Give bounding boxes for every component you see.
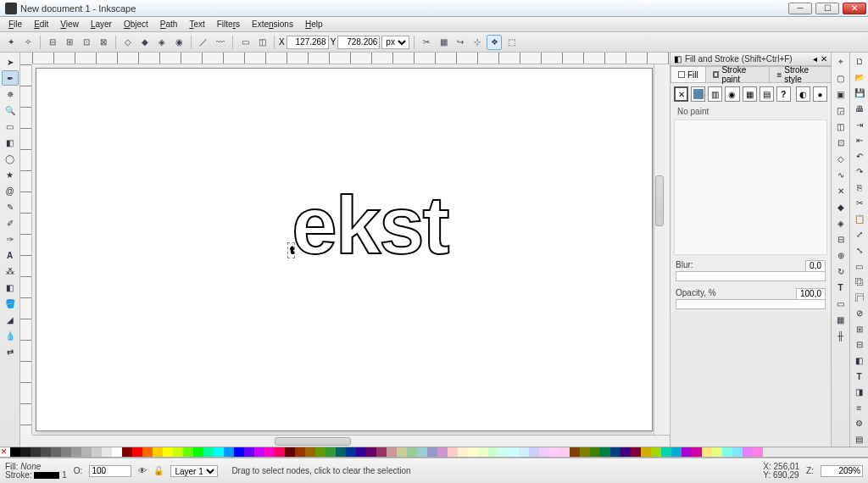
save-icon[interactable]: 💾 xyxy=(851,86,868,101)
snap-guide-icon[interactable]: ╫ xyxy=(832,328,849,343)
seg-line-icon[interactable]: ／ xyxy=(196,35,211,50)
swatch[interactable] xyxy=(336,447,346,458)
swatch[interactable] xyxy=(366,447,376,458)
bezier-tool-icon[interactable]: ✐ xyxy=(2,215,19,230)
opacity-slider[interactable] xyxy=(676,299,826,309)
snap-rotation-icon[interactable]: ↻ xyxy=(832,264,849,279)
swatch[interactable] xyxy=(743,447,753,458)
swatch[interactable] xyxy=(488,447,498,458)
menu-edit[interactable]: Edit xyxy=(29,18,53,31)
cut-icon[interactable]: ✂ xyxy=(851,196,868,211)
menu-file[interactable]: File xyxy=(3,18,27,31)
coord-y-input[interactable] xyxy=(337,36,380,49)
swatch[interactable] xyxy=(224,447,234,458)
transform-handles-icon[interactable]: ⬚ xyxy=(504,35,519,50)
clone-icon[interactable]: ⿸ xyxy=(851,290,868,305)
tab-stroke-paint[interactable]: Stroke paint xyxy=(705,66,771,82)
swatch[interactable] xyxy=(61,447,71,458)
menu-filters[interactable]: Filters xyxy=(212,18,245,31)
paint-unknown-icon[interactable]: ? xyxy=(776,86,791,102)
fill-rule-nonzero-icon[interactable]: ● xyxy=(813,86,827,102)
snap-center-icon[interactable]: ⊡ xyxy=(832,135,849,150)
swatch[interactable] xyxy=(305,447,315,458)
canvas[interactable]: tekst xyxy=(36,68,653,431)
text-dialog-icon[interactable]: T xyxy=(851,369,868,384)
swatch[interactable] xyxy=(387,447,397,458)
opacity-value[interactable]: 100,0 xyxy=(796,288,826,300)
close-button[interactable]: ✕ xyxy=(843,3,866,14)
node-delete-icon[interactable]: ✧ xyxy=(20,35,36,50)
pencil-tool-icon[interactable]: ✎ xyxy=(2,199,19,214)
tweak-tool-icon[interactable]: ✵ xyxy=(2,86,19,102)
zoom-page-icon[interactable]: ▭ xyxy=(851,258,868,274)
swatch[interactable] xyxy=(712,447,722,458)
spray-tool-icon[interactable]: ⁂ xyxy=(2,264,19,279)
menu-extensions[interactable]: Extensions xyxy=(247,18,298,31)
text-tool-icon[interactable]: A xyxy=(2,247,19,263)
swatch[interactable] xyxy=(427,447,437,458)
swatch[interactable] xyxy=(244,447,254,458)
calligraphy-tool-icon[interactable]: ✑ xyxy=(2,231,19,247)
snap-path-icon[interactable]: ∿ xyxy=(832,167,849,182)
swatch[interactable] xyxy=(20,447,31,458)
snap-obj-center-icon[interactable]: ⊕ xyxy=(832,247,849,263)
swatch[interactable] xyxy=(163,447,173,458)
unlink-icon[interactable]: ⊘ xyxy=(851,306,868,321)
zoom-input[interactable] xyxy=(821,465,863,477)
swatch[interactable] xyxy=(753,447,763,458)
swatch[interactable] xyxy=(722,447,732,458)
swatch[interactable] xyxy=(529,447,539,458)
layer-visibility-icon[interactable]: 👁 xyxy=(138,466,147,475)
copy-icon[interactable]: ⎘ xyxy=(851,180,868,196)
swatch[interactable] xyxy=(31,447,41,458)
snap-grid-icon[interactable]: ▦ xyxy=(832,312,849,327)
snap-node-icon[interactable]: ◇ xyxy=(832,151,849,166)
zoom-tool-icon[interactable]: 🔍 xyxy=(2,103,19,118)
swatch[interactable] xyxy=(326,447,336,458)
paint-none-icon[interactable]: ✕ xyxy=(674,86,688,102)
maximize-button[interactable]: ☐ xyxy=(815,3,839,14)
swatch[interactable] xyxy=(193,447,203,458)
align-dialog-icon[interactable]: ≡ xyxy=(851,400,868,415)
swatch[interactable] xyxy=(203,447,214,458)
paint-linear-icon[interactable]: ▥ xyxy=(708,86,722,102)
swatch[interactable] xyxy=(682,447,692,458)
node-auto-icon[interactable]: ◉ xyxy=(171,35,186,50)
node-cusp-icon[interactable]: ◇ xyxy=(120,35,136,50)
swatch[interactable] xyxy=(539,447,549,458)
swatch[interactable] xyxy=(142,447,153,458)
swatch[interactable] xyxy=(661,447,671,458)
canvas-text-object[interactable]: tekst xyxy=(291,179,448,272)
swatch[interactable] xyxy=(448,447,458,458)
coord-x-input[interactable] xyxy=(287,36,329,49)
panel-close-icon[interactable]: ✕ xyxy=(821,54,827,64)
swatch[interactable] xyxy=(214,447,224,458)
connector-tool-icon[interactable]: ⇄ xyxy=(2,344,19,359)
swatch[interactable] xyxy=(346,447,356,458)
swatch-none[interactable] xyxy=(0,447,10,458)
export-icon[interactable]: ⇤ xyxy=(851,133,868,148)
blur-value[interactable]: 0,0 xyxy=(805,260,826,272)
swatch[interactable] xyxy=(254,447,264,458)
group-icon[interactable]: ⊞ xyxy=(851,322,868,337)
layer-lock-icon[interactable]: 🔓 xyxy=(153,466,164,475)
swatch[interactable] xyxy=(173,447,183,458)
swatch[interactable] xyxy=(570,447,580,458)
node-join-icon[interactable]: ⊞ xyxy=(62,35,77,50)
swatch[interactable] xyxy=(620,447,631,458)
swatch[interactable] xyxy=(437,447,448,458)
swatch[interactable] xyxy=(71,447,81,458)
paint-radial-icon[interactable]: ◉ xyxy=(725,86,739,102)
node-smooth-icon[interactable]: ◆ xyxy=(137,35,153,50)
swatch[interactable] xyxy=(559,447,570,458)
swatch[interactable] xyxy=(183,447,193,458)
print-icon[interactable]: 🖶 xyxy=(851,102,868,117)
swatch[interactable] xyxy=(702,447,712,458)
stroke-to-path-icon[interactable]: ◫ xyxy=(254,35,270,50)
swatch[interactable] xyxy=(112,447,122,458)
menu-object[interactable]: Object xyxy=(119,18,153,31)
docprops-icon[interactable]: ▤ xyxy=(851,432,868,447)
swatch[interactable] xyxy=(92,447,102,458)
scrollbar-horizontal[interactable] xyxy=(32,435,670,447)
swatch[interactable] xyxy=(641,447,651,458)
